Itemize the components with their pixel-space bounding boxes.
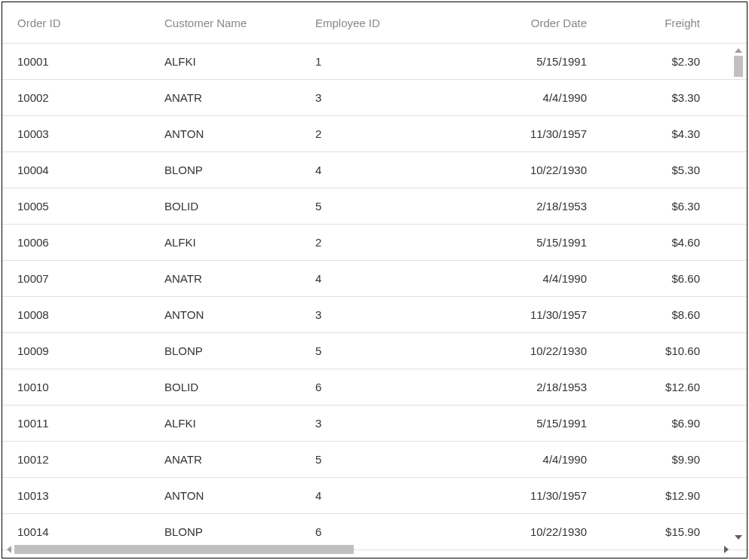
cell-customer: ANATR <box>149 453 300 466</box>
cell-orderdate: 10/22/1930 <box>451 344 602 357</box>
scroll-left-icon[interactable] <box>7 546 11 553</box>
cell-orderid: 10005 <box>2 200 149 213</box>
column-header-orderid[interactable]: Order ID <box>2 17 149 29</box>
cell-freight: $8.60 <box>602 308 715 321</box>
cell-orderid: 10011 <box>2 417 149 430</box>
vertical-scrollbar-track[interactable] <box>734 56 743 532</box>
cell-orderid: 10007 <box>2 272 149 285</box>
cell-freight: $12.60 <box>602 381 715 393</box>
cell-orderdate: 11/30/1957 <box>451 127 602 140</box>
cell-freight: $4.30 <box>602 127 715 140</box>
cell-employee: 5 <box>300 344 451 357</box>
cell-freight: $9.90 <box>602 453 715 466</box>
cell-customer: ALFKI <box>149 236 300 249</box>
column-header-employee[interactable]: Employee ID <box>300 17 451 29</box>
table-row[interactable]: 10012ANATR54/4/1990$9.90 <box>2 442 747 478</box>
cell-orderdate: 2/18/1953 <box>451 381 602 393</box>
table-row[interactable]: 10007ANATR44/4/1990$6.60 <box>2 261 747 297</box>
cell-customer: BLONP <box>149 164 300 176</box>
horizontal-scrollbar-track[interactable] <box>14 545 721 554</box>
cell-orderid: 10004 <box>2 164 149 176</box>
cell-orderid: 10002 <box>2 91 149 104</box>
cell-employee: 3 <box>300 308 451 321</box>
cell-freight: $4.60 <box>602 236 715 249</box>
data-grid: Order ID Customer Name Employee ID Order… <box>2 2 747 558</box>
cell-freight: $15.90 <box>602 525 715 538</box>
cell-orderdate: 5/15/1991 <box>451 236 602 249</box>
table-row[interactable]: 10005BOLID52/18/1953$6.30 <box>2 188 747 225</box>
cell-employee: 4 <box>300 489 451 502</box>
cell-customer: BLONP <box>149 344 300 357</box>
table-row[interactable]: 10004BLONP410/22/1930$5.30 <box>2 152 747 188</box>
table-row[interactable]: 10010BOLID62/18/1953$12.60 <box>2 369 747 405</box>
cell-orderdate: 10/22/1930 <box>451 525 602 538</box>
cell-orderid: 10013 <box>2 489 149 502</box>
cell-freight: $5.30 <box>602 164 715 176</box>
cell-customer: BOLID <box>149 381 300 393</box>
cell-customer: ANTON <box>149 127 300 140</box>
table-row[interactable]: 10009BLONP510/22/1930$10.60 <box>2 333 747 369</box>
cell-customer: BOLID <box>149 200 300 213</box>
cell-employee: 3 <box>300 417 451 430</box>
cell-employee: 3 <box>300 91 451 104</box>
horizontal-scrollbar[interactable] <box>4 543 732 556</box>
cell-orderdate: 10/22/1930 <box>451 164 602 176</box>
cell-freight: $6.30 <box>602 200 715 213</box>
cell-orderdate: 4/4/1990 <box>451 91 602 104</box>
cell-customer: ANTON <box>149 308 300 321</box>
cell-employee: 6 <box>300 381 451 393</box>
cell-customer: ALFKI <box>149 55 300 68</box>
table-row[interactable]: 10013ANTON411/30/1957$12.90 <box>2 478 747 514</box>
scroll-right-icon[interactable] <box>724 546 729 553</box>
scroll-up-icon[interactable] <box>735 48 742 53</box>
column-header-freight[interactable]: Freight <box>602 17 715 29</box>
column-header-customer[interactable]: Customer Name <box>149 17 300 29</box>
table-row[interactable]: 10011ALFKI35/15/1991$6.90 <box>2 405 747 442</box>
cell-orderid: 10001 <box>2 55 149 68</box>
table-row[interactable]: 10003ANTON211/30/1957$4.30 <box>2 116 747 152</box>
cell-freight: $10.60 <box>602 344 715 357</box>
table-row[interactable]: 10002ANATR34/4/1990$3.30 <box>2 80 747 116</box>
cell-freight: $6.60 <box>602 272 715 285</box>
cell-orderdate: 4/4/1990 <box>451 453 602 466</box>
vertical-scrollbar[interactable] <box>732 45 745 543</box>
cell-orderdate: 11/30/1957 <box>451 489 602 502</box>
cell-orderid: 10006 <box>2 236 149 249</box>
cell-freight: $2.30 <box>602 55 715 68</box>
cell-employee: 6 <box>300 525 451 538</box>
cell-orderid: 10009 <box>2 344 149 357</box>
cell-orderdate: 11/30/1957 <box>451 308 602 321</box>
cell-employee: 2 <box>300 236 451 249</box>
cell-customer: ALFKI <box>149 417 300 430</box>
cell-employee: 2 <box>300 127 451 140</box>
cell-orderid: 10012 <box>2 453 149 466</box>
cell-employee: 4 <box>300 164 451 176</box>
vertical-scrollbar-thumb[interactable] <box>734 56 743 77</box>
table-row[interactable]: 10006ALFKI25/15/1991$4.60 <box>2 225 747 261</box>
cell-orderid: 10003 <box>2 127 149 140</box>
cell-orderdate: 5/15/1991 <box>451 55 602 68</box>
cell-customer: ANATR <box>149 91 300 104</box>
cell-orderdate: 4/4/1990 <box>451 272 602 285</box>
horizontal-scrollbar-thumb[interactable] <box>14 545 354 554</box>
cell-orderid: 10008 <box>2 308 149 321</box>
cell-orderid: 10014 <box>2 525 149 538</box>
cell-employee: 5 <box>300 200 451 213</box>
scroll-down-icon[interactable] <box>735 535 742 540</box>
cell-freight: $12.90 <box>602 489 715 502</box>
cell-employee: 4 <box>300 272 451 285</box>
cell-employee: 5 <box>300 453 451 466</box>
grid-header-row: Order ID Customer Name Employee ID Order… <box>2 2 747 44</box>
table-row[interactable]: 10001ALFKI15/15/1991$2.30 <box>2 44 747 80</box>
grid-body: 10001ALFKI15/15/1991$2.3010002ANATR34/4/… <box>2 44 747 558</box>
cell-orderdate: 5/15/1991 <box>451 417 602 430</box>
cell-customer: ANTON <box>149 489 300 502</box>
cell-freight: $6.90 <box>602 417 715 430</box>
table-row[interactable]: 10008ANTON311/30/1957$8.60 <box>2 297 747 333</box>
cell-employee: 1 <box>300 55 451 68</box>
cell-customer: BLONP <box>149 525 300 538</box>
cell-freight: $3.30 <box>602 91 715 104</box>
cell-orderdate: 2/18/1953 <box>451 200 602 213</box>
cell-orderid: 10010 <box>2 381 149 393</box>
column-header-orderdate[interactable]: Order Date <box>451 17 602 29</box>
